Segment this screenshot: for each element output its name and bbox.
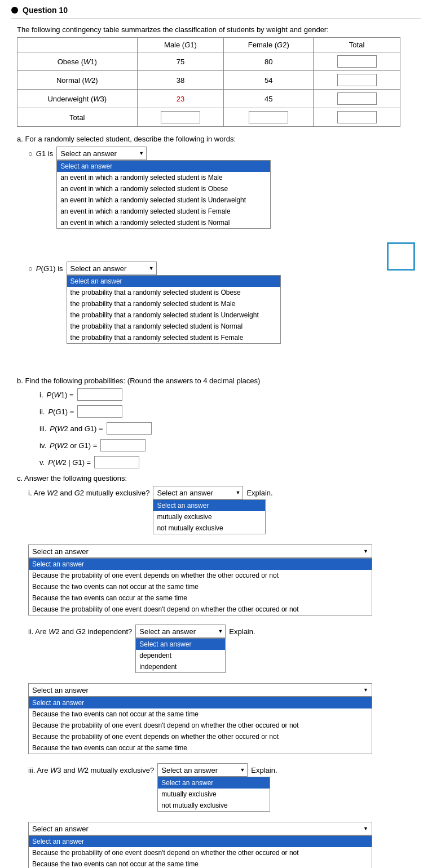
prob-roman-4: iv. [39,441,46,450]
c-ii-explain-list: Select an answer Because the two events … [28,697,372,754]
c-ii-option-0[interactable]: Select an answer [136,639,225,650]
c-ii-option-2[interactable]: independent [136,661,225,672]
c-ii-explain-value: Select an answer [32,686,89,694]
c-i-select-container: Select an answer Select an answer mutual… [153,486,243,499]
input-total-total[interactable] [337,111,377,123]
c-ii-explain-option-2[interactable]: Because the probability of one event doe… [29,720,372,731]
c-i-explain-option-2[interactable]: Because the two events can not occur at … [29,581,372,592]
c-iii-explain-list: Select an answer Because the probability… [28,835,372,868]
prob-input-3[interactable] [107,422,152,435]
pg1-option-0[interactable]: Select an answer [67,276,280,287]
g1-bullet: ○ [28,149,33,158]
c-ii-explain-option-3[interactable]: Because the probability of one event dep… [29,731,372,742]
g1-dropdown-list: Select an answer an event in which a ran… [56,160,271,229]
cell-obese-total[interactable] [314,52,400,71]
c-iii-explain-trigger[interactable]: Select an answer [28,822,372,835]
c-ii-explain-label: Explain. [229,627,255,636]
c-iii-option-0[interactable]: Select an answer [158,777,270,789]
input-obese-total[interactable] [337,55,377,68]
prob-input-2[interactable] [77,405,122,418]
g1-select-trigger[interactable]: Select an answer [56,147,147,160]
part-c-iii: iii. Are W3 and W2 mutually exclusive? S… [28,763,421,868]
cell-total-male[interactable] [137,108,224,127]
pg1-option-4[interactable]: the probability that a randomly selected… [67,321,280,332]
g1-option-3[interactable]: an event in which a randomly selected st… [57,194,270,206]
prob-input-5[interactable] [94,456,139,468]
prob-formula-4: P(W2 or G1) = [50,441,97,450]
c-iii-select-container: Select an answer Select an answer mutual… [157,763,248,777]
input-total-female[interactable] [249,111,288,123]
input-total-male[interactable] [161,111,200,123]
g1-option-0[interactable]: Select an answer [57,161,270,172]
blue-box-decoration [387,242,415,271]
c-i-explain-list: Select an answer Because the probability… [28,558,372,615]
pg1-select-trigger[interactable]: Select an answer [67,262,157,275]
part-b-label: b. Find the following probabilities: (Ro… [17,377,421,385]
contingency-table: Male (G1) Female (G2) Total Obese (W1) 7… [17,37,400,127]
c-ii-select-trigger[interactable]: Select an answer [135,625,226,638]
table-row-totals: Total [17,108,400,127]
c-iii-explain-label: Explain. [251,766,277,774]
c-iii-explain-container: Select an answer Select an answer Becaus… [28,822,421,868]
prob-row-1: i. P(W1) = [39,388,421,401]
cell-total-female[interactable] [224,108,314,127]
cell-normal-total[interactable] [314,71,400,90]
pg1-option-3[interactable]: the probability that a randomly selected… [67,309,280,321]
prob-input-4[interactable] [100,439,146,451]
g1-option-2[interactable]: an event in which a randomly selected st… [57,183,270,194]
pg1-option-5[interactable]: the probability that a randomly selected… [67,332,280,343]
c-ii-explain-trigger[interactable]: Select an answer [28,683,372,697]
cell-obese-male: 75 [137,52,224,71]
prob-roman-1: i. [39,391,43,399]
g1-option-4[interactable]: an event in which a randomly selected st… [57,206,270,217]
prob-row-3: iii. P(W2 and G1) = [39,422,421,435]
part-c-i: i. Are W2 and G2 mutually exclusive? Sel… [28,486,421,615]
c-i-explain-trigger[interactable]: Select an answer [28,544,372,558]
prob-input-1[interactable] [77,388,122,401]
prob-row-5: v. P(W2 | G1) = [39,456,421,468]
prob-formula-5: P(W2 | G1) = [48,458,91,467]
c-i-explain-option-1[interactable]: Because the probability of one event dep… [29,570,372,581]
c-ii-option-1[interactable]: dependent [136,650,225,661]
c-iii-roman: iii. Are W3 and W2 mutually exclusive? [28,766,154,774]
c-i-select-list: Select an answer mutually exclusive not … [153,499,266,534]
input-normal-total[interactable] [337,74,377,86]
c-iii-select-trigger[interactable]: Select an answer [157,763,248,777]
c-iii-explain-option-2[interactable]: Because the two events can not occur at … [29,858,372,868]
c-i-option-2[interactable]: not mutually exclusive [153,522,265,534]
c-i-explain-option-3[interactable]: Because the two events can occur at the … [29,592,372,604]
cell-underweight-female: 45 [224,90,314,108]
c-i-explain-value: Select an answer [32,547,89,556]
c-i-explain-option-4[interactable]: Because the probability of one event doe… [29,604,372,615]
c-iii-option-2[interactable]: not mutually exclusive [158,800,270,811]
c-ii-select-container: Select an answer Select an answer depend… [135,625,226,638]
g1-option-5[interactable]: an event in which a randomly selected st… [57,217,270,228]
c-iii-select-list: Select an answer mutually exclusive not … [157,777,270,812]
c-ii-explain-option-0[interactable]: Select an answer [29,697,372,708]
c-i-explain-option-0[interactable]: Select an answer [29,559,372,570]
g1-option-1[interactable]: an event in which a randomly selected st… [57,172,270,183]
prob-formula-1: P(W1) = [47,391,74,399]
c-i-explain-label: Explain. [246,489,272,497]
c-ii-explain-option-1[interactable]: Because the two events can not occur at … [29,708,372,720]
pg1-row: ○ P(G1) is Select an answer Select an an… [28,262,421,275]
c-i-select-trigger[interactable]: Select an answer [153,486,243,499]
pg1-bullet: ○ [28,264,33,273]
cell-total-total[interactable] [314,108,400,127]
c-iii-option-1[interactable]: mutually exclusive [158,789,270,800]
question-dot [11,7,18,14]
part-b-section: b. Find the following probabilities: (Ro… [17,377,421,468]
part-c-ii: ii. Are W2 and G2 independent? Select an… [28,625,421,754]
c-i-option-1[interactable]: mutually exclusive [153,511,265,522]
prob-formula-2: P(G1) = [48,408,74,416]
pg1-option-1[interactable]: the probability that a randomly selected… [67,287,280,298]
c-iii-explain-option-1[interactable]: Because the probability of one event doe… [29,847,372,858]
c-iii-explain-option-0[interactable]: Select an answer [29,836,372,847]
prob-formula-3: P(W2 and G1) = [50,424,103,433]
pg1-option-2[interactable]: the probability that a randomly selected… [67,298,280,309]
cell-underweight-total[interactable] [314,90,400,108]
part-c-label: c. Answer the following questions: [17,474,421,482]
c-i-option-0[interactable]: Select an answer [153,500,265,511]
c-ii-explain-option-4[interactable]: Because the two events can occur at the … [29,742,372,754]
input-underweight-total[interactable] [337,92,377,105]
